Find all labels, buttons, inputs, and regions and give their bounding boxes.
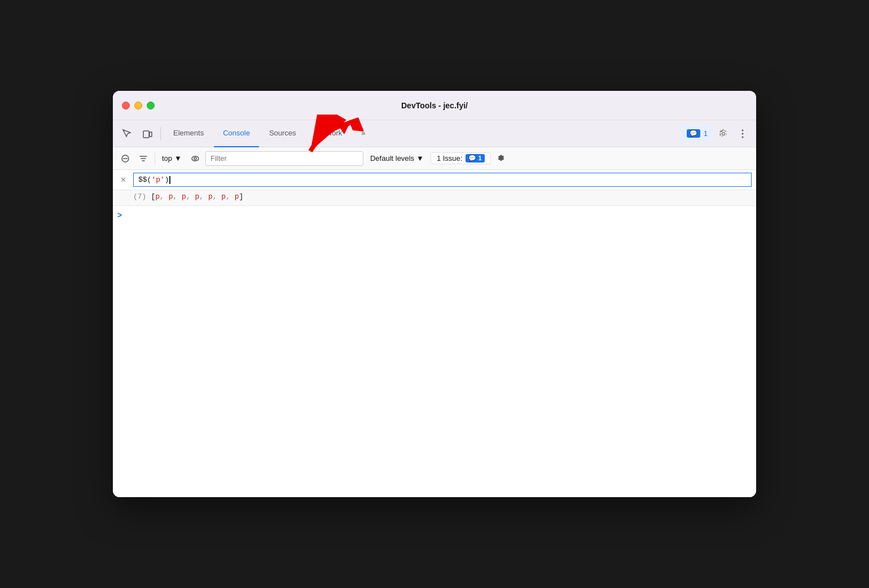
context-dropdown-icon: ▼ (174, 154, 182, 163)
console-input-row[interactable]: ✕ $$('p') (113, 170, 756, 190)
output-p-1[interactable]: p (155, 192, 160, 201)
inspect-element-button[interactable] (117, 125, 137, 143)
cmd-string: 'p' (151, 175, 164, 184)
settings-button[interactable] (714, 125, 732, 143)
levels-label: Default levels (370, 154, 414, 163)
console-toolbar: top ▼ Default levels ▼ 1 Issue: 💬 1 (113, 147, 756, 170)
svg-rect-0 (143, 131, 149, 138)
console-output-row: (7) [p, p, p, p, p, p, p] (113, 190, 756, 206)
tab-elements[interactable]: Elements (164, 120, 213, 147)
clear-icon: ✕ (120, 175, 126, 184)
filter-messages-button[interactable] (135, 151, 151, 166)
messages-icon: 💬 (687, 129, 700, 138)
svg-point-2 (742, 129, 744, 131)
svg-point-3 (742, 133, 744, 134)
issues-icon: 💬 (468, 155, 476, 161)
badge-count: 1 (704, 129, 708, 138)
clear-console-button[interactable] (117, 151, 133, 166)
toolbar-divider-1 (160, 127, 161, 141)
svg-point-8 (192, 156, 199, 161)
output-p-5[interactable]: p (208, 192, 213, 201)
issues-label: 1 Issue: (437, 154, 463, 163)
filter-input[interactable] (205, 151, 363, 166)
log-levels-button[interactable]: Default levels ▼ (366, 153, 428, 164)
console-input-field[interactable]: $$('p') (133, 173, 752, 187)
output-p-7[interactable]: p (235, 192, 239, 201)
messages-badge-button[interactable]: 💬 1 (681, 125, 713, 142)
output-value: [p, p, p, p, p, p, p] (151, 192, 243, 201)
console-content: ✕ $$('p') (7) [p, p, p, p, p, p, p] > (113, 170, 756, 497)
svg-rect-1 (150, 132, 152, 137)
cmd-function: $$ (138, 175, 147, 184)
console-settings-button[interactable] (493, 151, 509, 166)
console-divider-1 (155, 153, 155, 164)
prompt-chevron: > (117, 210, 122, 220)
maximize-button[interactable] (147, 102, 155, 109)
clear-current-button[interactable]: ✕ (117, 174, 129, 186)
tab-network[interactable]: Network (306, 120, 352, 147)
console-prompt-row[interactable]: > (113, 206, 756, 224)
bracket-close: ] (239, 192, 244, 201)
output-p-6[interactable]: p (221, 192, 226, 201)
console-command: $$('p') (138, 175, 170, 184)
context-selector[interactable]: top ▼ (159, 153, 185, 164)
traffic-lights (122, 102, 155, 109)
window-title: DevTools - jec.fyi/ (401, 101, 468, 110)
issues-badge: 💬 1 (466, 154, 484, 163)
levels-dropdown-icon: ▼ (416, 154, 424, 163)
tab-sources[interactable]: Sources (260, 120, 305, 147)
context-label: top (162, 154, 172, 163)
svg-point-4 (742, 136, 744, 138)
main-toolbar: Elements Console Sources Network » 💬 1 (113, 120, 756, 147)
issues-button[interactable]: 1 Issue: 💬 1 (431, 152, 491, 164)
tab-more[interactable]: » (352, 120, 374, 147)
title-bar: DevTools - jec.fyi/ (113, 91, 756, 120)
more-options-button[interactable] (734, 125, 752, 143)
tab-console[interactable]: Console (214, 120, 259, 147)
live-expressions-button[interactable] (187, 151, 203, 166)
output-p-3[interactable]: p (182, 192, 186, 201)
minimize-button[interactable] (134, 102, 142, 109)
svg-point-9 (194, 157, 196, 160)
device-toggle-button[interactable] (138, 125, 157, 143)
cmd-close-paren: ) (165, 175, 169, 184)
cursor (169, 176, 170, 184)
output-count: (7) (117, 192, 146, 201)
close-button[interactable] (122, 102, 130, 109)
issues-count: 1 (478, 155, 481, 161)
